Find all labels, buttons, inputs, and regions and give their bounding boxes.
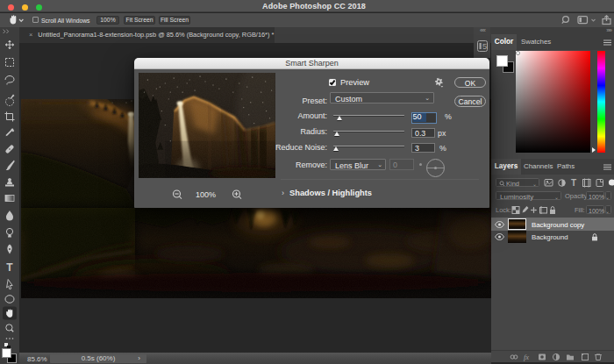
svg-text:fx: fx [524,353,529,361]
svg-text:5: 5 [482,42,487,51]
svg-text:T: T [571,178,576,188]
svg-text:T: T [6,261,13,274]
